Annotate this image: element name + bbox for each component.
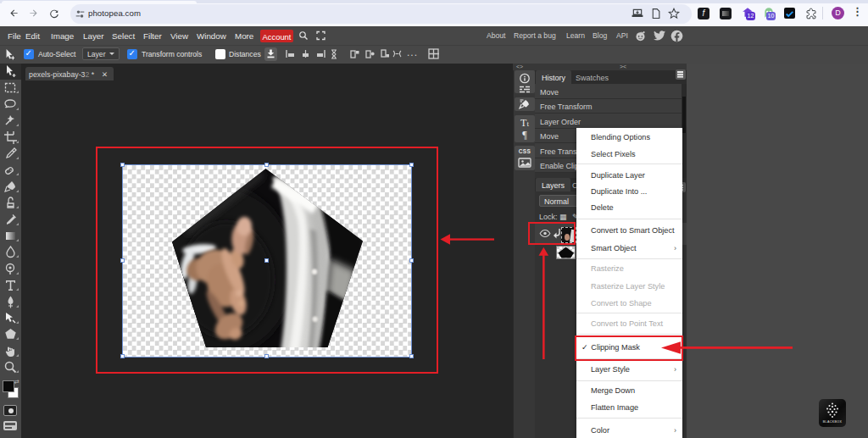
svg-text:BLACKBOX: BLACKBOX	[823, 420, 843, 424]
